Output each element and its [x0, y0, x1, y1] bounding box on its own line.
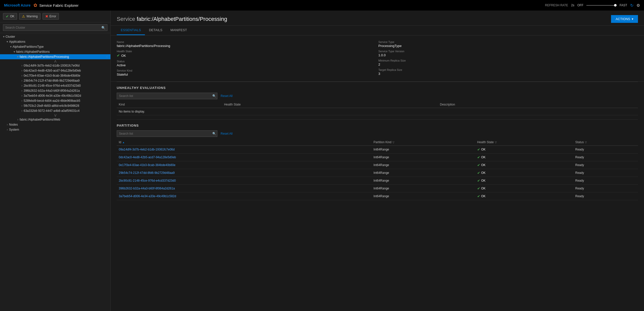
- partition-id-cell[interactable]: 0e17f3e4-83ae-41b3-8cab-384bde40b80e: [117, 161, 372, 169]
- sidebar-partition-item[interactable]: ›528febd9-becd-4d04-aa2d-48de969bacb5: [0, 98, 110, 103]
- partition-status-cell: Ready: [573, 153, 638, 161]
- error-icon: ✖: [45, 14, 48, 18]
- partitions-title: PARTITIONS: [117, 124, 638, 127]
- partition-id: 0e17f3e4-83ae-41b3-8cab-384bde40b80e: [24, 74, 110, 77]
- expand-down-button[interactable]: ⋁: [0, 113, 110, 117]
- partition-kind-filter-icon[interactable]: ▽: [392, 141, 394, 144]
- web-label: fabric:/AlphabetPartitions/Web: [20, 118, 110, 121]
- target-replica-label: Target Replica Size: [378, 68, 638, 71]
- field-min-replica: Minimum Replica Size 2: [378, 58, 638, 67]
- service-kind-label: Service Kind: [117, 69, 376, 72]
- refresh-icon[interactable]: ↻: [630, 3, 633, 8]
- search-cluster-input[interactable]: [3, 24, 107, 31]
- health-label: Health State: [117, 50, 376, 53]
- partition-id: 2bc90c81-2148-45ce-976d-e4cd337d23d0: [24, 84, 110, 87]
- unhealthy-table: Kind Health State Description No items t…: [117, 101, 638, 115]
- service-fabric-icon: ✿: [33, 3, 37, 8]
- partitions-search-input[interactable]: [117, 130, 217, 137]
- nav-right: REFRESH RATE 2s OFF FAST ↻ ⚙: [545, 3, 640, 8]
- sidebar-item-processing[interactable]: ▾ fabric:/AlphabetPartitions/Processing …: [0, 54, 110, 59]
- sidebar-item-fabric-alphabet[interactable]: ▾ fabric:/AlphabetPartitions: [0, 49, 110, 54]
- sidebar-partition-item[interactable]: ›09a14df4-3d7b-4eb2-b1db-19361fc7e06d: [0, 63, 110, 68]
- sidebar-search-container: 🔍: [0, 22, 110, 33]
- sidebar-item-cluster[interactable]: ▾ Cluster: [0, 34, 110, 39]
- sidebar-partition-item[interactable]: ›2bc90c81-2148-45ce-976d-e4cd337d23d0: [0, 83, 110, 88]
- processing-label: fabric:/AlphabetPartitions/Processing: [20, 55, 104, 59]
- field-service-kind: Service Kind Stateful: [117, 68, 376, 77]
- unhealthy-search-input[interactable]: [117, 93, 217, 99]
- main-layout: ✔ OK ⚠ Warning ✖ Error 🔍 ▾ Cluster: [0, 11, 644, 311]
- col-kind: Kind: [117, 101, 222, 108]
- nav-brand: ✿ Service Fabric Explorer: [33, 3, 78, 8]
- status-label: Status: [117, 60, 376, 63]
- unhealthy-search-bar: 🔍 Reset All: [117, 93, 638, 99]
- partition-id-cell[interactable]: 09a14df4-3d7b-4eb2-b1db-19361fc7e06d: [117, 146, 372, 153]
- partition-status-cell: Ready: [573, 169, 638, 177]
- settings-icon[interactable]: ⚙: [636, 3, 640, 8]
- health-state-filter-icon[interactable]: ▽: [495, 141, 497, 144]
- service-name: fabric:/AlphabetPartitions/Processing: [137, 16, 227, 22]
- service-label: Service: [117, 16, 137, 22]
- sidebar-partition-item[interactable]: ›0e17f3e4-83ae-41b3-8cab-384bde40b80e: [0, 73, 110, 78]
- unhealthy-reset-all[interactable]: Reset All: [221, 94, 232, 98]
- partitions-search-icon: 🔍: [212, 132, 216, 135]
- partition-id-cell[interactable]: 29b54c74-212f-47dd-8fd6-9b2729d48aa9: [117, 169, 372, 177]
- refresh-rate-label: REFRESH RATE: [545, 4, 568, 7]
- slider-thumb: [614, 4, 617, 7]
- sidebar-item-web[interactable]: › fabric:/AlphabetPartitions/Web: [0, 117, 110, 122]
- partition-id-cell[interactable]: 3a7beb54-d006-4e34-a33e-49c49b1c582d: [117, 192, 372, 200]
- health-dot-icon: ✔: [477, 179, 480, 183]
- nodes-label: Nodes: [9, 123, 110, 126]
- partition-kind-cell: Int64Range: [372, 185, 475, 192]
- tab-essentials[interactable]: ESSENTIALS: [117, 26, 145, 35]
- refresh-slider[interactable]: [586, 5, 617, 6]
- partitions-reset-all[interactable]: Reset All: [221, 132, 232, 135]
- sidebar-item-applications[interactable]: ▾ Applications: [0, 39, 110, 44]
- sidebar-partition-item[interactable]: ›0dc42ac0-4ed8-42b5-acd7-94a128e5d0eb: [0, 68, 110, 73]
- sidebar-item-system[interactable]: › System: [0, 127, 110, 132]
- field-service-type: Service Type ProcessingType: [378, 39, 638, 49]
- warning-icon: ⚠: [22, 14, 25, 18]
- sidebar-partition-item[interactable]: ›396b2632-b32a-44a3-b60f-8f064a2d261a: [0, 88, 110, 93]
- sidebar-item-alphabet-type[interactable]: ▾ AlphabetPartitionsType: [0, 44, 110, 49]
- ok-filter-button[interactable]: ✔ OK: [3, 13, 17, 20]
- table-row: 29b54c74-212f-47dd-8fd6-9b2729d48aa9 Int…: [117, 169, 638, 177]
- sidebar-tree: ▾ Cluster ▾ Applications ▾ AlphabetParti…: [0, 33, 110, 311]
- unhealthy-table-header: Kind Health State Description: [117, 101, 638, 108]
- sidebar-header: ✔ OK ⚠ Warning ✖ Error: [0, 11, 110, 22]
- alphabet-type-arrow: ▾: [9, 45, 13, 48]
- partition-kind-cell: Int64Range: [372, 161, 475, 169]
- partition-arrow: ›: [20, 84, 24, 87]
- sidebar-partition-item[interactable]: ›63a332b8-5072-4447-a4b8-a0af5f4031c4: [0, 108, 110, 113]
- field-health: Health State ✔ OK: [117, 49, 376, 59]
- col-description: Description: [438, 101, 638, 108]
- status-value: Active: [117, 63, 376, 67]
- actions-button[interactable]: ACTIONS ▾: [611, 15, 638, 23]
- sidebar-item-nodes[interactable]: › Nodes: [0, 122, 110, 127]
- partitions-table-header: Id ▲ Partition Kind ▽ He: [117, 139, 638, 146]
- partition-id-cell[interactable]: 396b2632-b32a-44a3-b60f-8f064a2d261a: [117, 185, 372, 192]
- more-options-button[interactable]: ···: [104, 55, 110, 59]
- partition-id-cell[interactable]: 2bc90c81-2148-45ce-976d-e4cd337d23d0: [117, 177, 372, 185]
- actions-label: ACTIONS: [616, 17, 630, 21]
- partition-arrow: ›: [20, 79, 24, 82]
- service-type-value: ProcessingType: [378, 44, 638, 48]
- tab-details[interactable]: DETAILS: [145, 26, 166, 35]
- tab-manifest[interactable]: MANIFEST: [166, 26, 191, 35]
- sidebar-partition-item[interactable]: ›29b54c74-212f-47dd-8fd6-9b2729d48aa9: [0, 78, 110, 83]
- partitions-table: Id ▲ Partition Kind ▽ He: [117, 139, 638, 200]
- table-row: 0e17f3e4-83ae-41b3-8cab-384bde40b80e Int…: [117, 161, 638, 169]
- health-ok-icon: ✔: [117, 53, 120, 58]
- expand-up-button[interactable]: ⋀: [0, 59, 110, 63]
- status-filter-icon[interactable]: ▽: [585, 141, 587, 144]
- health-badge-text: OK: [481, 148, 486, 151]
- partition-id-cell[interactable]: 0dc42ac0-4ed8-42b5-acd7-94a128e5d0eb: [117, 153, 372, 161]
- warning-filter-button[interactable]: ⚠ Warning: [19, 13, 40, 20]
- sidebar-partition-item[interactable]: ›5fb703c2-2bdf-4b50-a86d-e4c9c9498628: [0, 103, 110, 108]
- error-filter-button[interactable]: ✖ Error: [43, 13, 59, 20]
- health-badge: ✔ OK: [477, 163, 486, 167]
- sidebar-partition-item[interactable]: ›3a7beb54-d006-4e34-a33e-49c49b1c582d: [0, 93, 110, 98]
- table-row: 0dc42ac0-4ed8-42b5-acd7-94a128e5d0eb Int…: [117, 153, 638, 161]
- partition-id: 3a7beb54-d006-4e34-a33e-49c49b1c582d: [24, 94, 110, 97]
- id-sort-icon: ▲: [122, 141, 125, 144]
